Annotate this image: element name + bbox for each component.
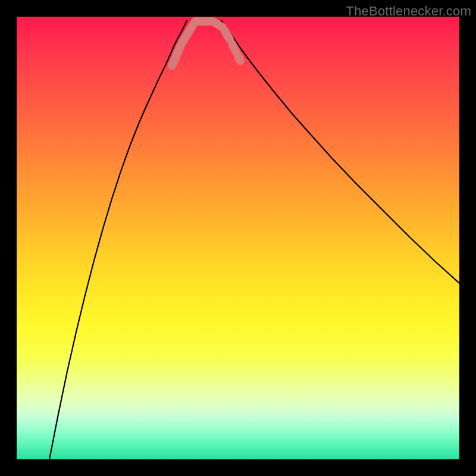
plot-area	[17, 17, 459, 459]
marker-segment	[225, 31, 230, 39]
marker-segment	[238, 56, 240, 61]
curve-layer	[49, 21, 459, 459]
marker-layer	[172, 21, 240, 65]
watermark-text: TheBottlenecker.com	[346, 4, 471, 19]
marker-segment	[213, 21, 223, 27]
marker-segment	[232, 44, 236, 51]
chart-frame: TheBottlenecker.com	[0, 0, 476, 476]
chart-svg	[17, 17, 459, 459]
left-curve	[49, 21, 187, 459]
right-curve	[221, 21, 459, 283]
marker-segment	[177, 45, 181, 55]
